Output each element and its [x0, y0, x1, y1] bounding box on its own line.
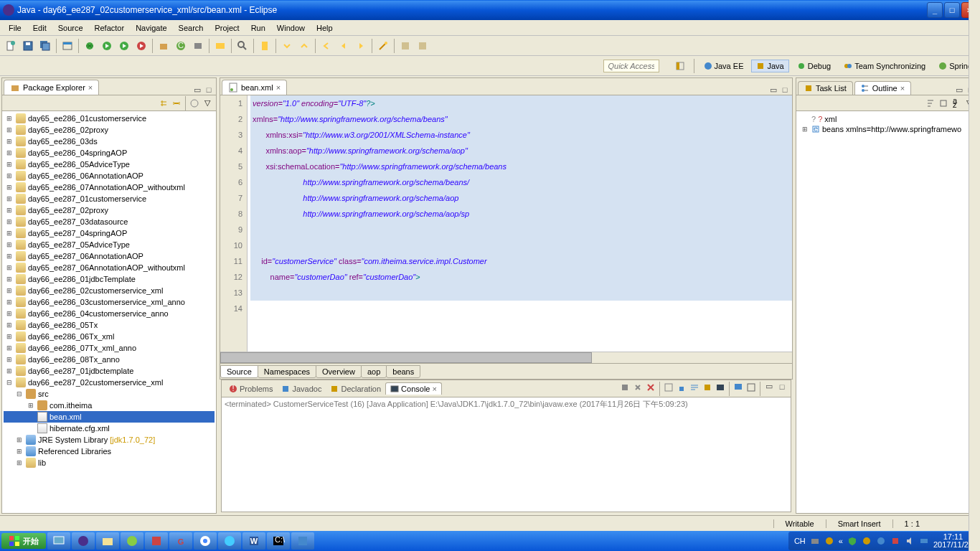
save-all-button[interactable]: [37, 38, 53, 54]
menu-run[interactable]: Run: [245, 22, 271, 34]
maximize-icon[interactable]: □: [776, 382, 788, 392]
external-tools-button[interactable]: [133, 38, 149, 54]
scroll-lock-button[interactable]: [676, 382, 687, 393]
run-button[interactable]: [99, 38, 115, 54]
run-last-button[interactable]: [116, 38, 132, 54]
horizontal-scrollbar[interactable]: [220, 352, 792, 363]
tab-console[interactable]: Console ×: [385, 382, 442, 395]
project-item[interactable]: ⊞day66_ee286_02customerservice_xml: [4, 285, 215, 296]
forward-button[interactable]: [353, 38, 369, 54]
tab-beans[interactable]: beans: [386, 365, 420, 378]
menu-source[interactable]: Source: [52, 22, 89, 34]
display-selected-button[interactable]: [745, 382, 757, 393]
tray-clock[interactable]: 17:11 2017/11/26: [933, 533, 973, 549]
editor-tab-bean-xml[interactable]: bean.xml ×: [222, 80, 287, 95]
project-item[interactable]: ⊞day65_ee287_06AnnotationAOP_withoutxml: [4, 262, 215, 273]
tab-overview[interactable]: Overview: [316, 365, 362, 378]
menu-project[interactable]: Project: [209, 22, 245, 34]
quick-access-input[interactable]: [603, 60, 659, 72]
maximize-icon[interactable]: □: [203, 85, 215, 95]
perspective-javaee[interactable]: Java EE: [699, 60, 749, 72]
menu-search[interactable]: Search: [173, 22, 209, 34]
menu-file[interactable]: File: [3, 22, 27, 34]
project-item[interactable]: ⊞day66_ee286_05Tx: [4, 319, 215, 331]
new-package-button[interactable]: [156, 38, 171, 54]
task-browser[interactable]: [218, 532, 241, 550]
minimize-icon[interactable]: ▭: [953, 85, 965, 95]
tab-declaration[interactable]: Declaration: [326, 383, 385, 395]
project-item[interactable]: ⊞day65_ee287_04springAOP: [4, 227, 215, 239]
lib-folder[interactable]: ⊞lib: [4, 457, 215, 468]
project-item-open[interactable]: ⊟day66_ee287_02customerservice_xml: [4, 377, 215, 388]
perspective-java[interactable]: Java: [751, 60, 788, 72]
pin-console-button[interactable]: [702, 382, 713, 393]
view-menu-button[interactable]: ▽: [202, 98, 213, 109]
project-item[interactable]: ⊞day65_ee286_01customerservice: [4, 113, 215, 124]
minimize-icon[interactable]: ▭: [763, 382, 775, 392]
project-item[interactable]: ⊞day65_ee286_03ds: [4, 136, 215, 147]
link-editor-button[interactable]: [171, 98, 182, 109]
word-wrap-button[interactable]: [689, 382, 700, 393]
maximize-button[interactable]: □: [944, 2, 960, 18]
tray-volume-icon[interactable]: [905, 536, 915, 546]
pin-button[interactable]: [415, 38, 430, 54]
task-desktop[interactable]: [47, 532, 70, 550]
project-item[interactable]: ⊞day66_ee286_07Tx_xml_anno: [4, 342, 215, 354]
task-app4[interactable]: [291, 532, 314, 550]
close-icon[interactable]: ×: [432, 385, 436, 393]
task-app2[interactable]: [145, 532, 168, 550]
start-button[interactable]: 开始: [1, 533, 46, 549]
menu-refactor[interactable]: Refactor: [89, 22, 131, 34]
package-explorer-tab[interactable]: Package Explorer ×: [4, 80, 99, 95]
tray-icon-3[interactable]: [862, 536, 872, 546]
new-server-button[interactable]: [190, 38, 206, 54]
project-item[interactable]: ⊞day65_ee286_07AnnotationAOP_withoutxml: [4, 182, 215, 193]
debug-button[interactable]: [82, 38, 98, 54]
tray-icon-6[interactable]: [919, 536, 929, 546]
maximize-icon[interactable]: □: [779, 85, 791, 95]
project-item[interactable]: ⊞day65_ee287_06AnnotationAOP: [4, 250, 215, 262]
project-item[interactable]: ⊞day66_ee286_06Tx_xml: [4, 331, 215, 342]
menu-help[interactable]: Help: [311, 22, 339, 34]
project-item[interactable]: ⊞day65_ee286_05AdviceType: [4, 159, 215, 170]
minimize-icon[interactable]: ▭: [192, 85, 203, 95]
ref-libraries[interactable]: ⊞Referenced Libraries: [4, 446, 215, 457]
task-app3[interactable]: G: [169, 532, 192, 550]
project-item[interactable]: ⊞day65_ee287_02proxy: [4, 204, 215, 216]
editor-body[interactable]: 1234567891011121314 version="1.0" encodi…: [220, 95, 792, 352]
next-annotation-button[interactable]: [279, 38, 295, 54]
project-item[interactable]: ⊞day66_ee286_01jdbcTemplate: [4, 273, 215, 285]
show-console-button[interactable]: [715, 382, 726, 393]
project-item[interactable]: ⊞day66_ee286_04customerservice_anno: [4, 308, 215, 319]
project-item[interactable]: ⊞day65_ee286_06AnnotationAOP: [4, 170, 215, 182]
search-button[interactable]: [235, 38, 250, 54]
task-app1[interactable]: [121, 532, 143, 550]
open-perspective-button[interactable]: [671, 60, 689, 72]
outline-tree[interactable]: ?? xml ⊞ e beans xmlns=http://www.spring…: [796, 111, 978, 137]
sort-button[interactable]: [925, 98, 936, 109]
remove-all-button[interactable]: [645, 382, 656, 393]
project-item[interactable]: ⊞day66_ee286_08Tx_anno: [4, 354, 215, 365]
relaunch-button[interactable]: [397, 38, 413, 54]
project-item[interactable]: ⊞day65_ee287_05AdviceType: [4, 239, 215, 250]
tray-icon-1[interactable]: [810, 536, 820, 546]
tab-outline[interactable]: Outline ×: [854, 81, 911, 95]
wand-button[interactable]: [375, 38, 391, 54]
save-button[interactable]: [20, 38, 36, 54]
filter-button[interactable]: [938, 98, 949, 109]
tab-source[interactable]: Source: [220, 365, 258, 378]
outline-beans-node[interactable]: ⊞ e beans xmlns=http://www.springframewo: [799, 124, 975, 134]
task-cmd[interactable]: C:\: [267, 532, 290, 550]
project-tree[interactable]: ⊞day65_ee286_01customerservice⊞day65_ee2…: [2, 111, 216, 513]
tray-expand[interactable]: «: [839, 537, 843, 545]
new-class-button[interactable]: C: [173, 38, 189, 54]
file-hibernate-cfg[interactable]: hibernate.cfg.xml: [4, 423, 215, 434]
task-word[interactable]: W: [242, 532, 265, 550]
outline-xml-node[interactable]: ?? xml: [799, 114, 975, 124]
toggle-mark-button[interactable]: [257, 38, 273, 54]
console-output[interactable]: <terminated> CustomerServiceTest (16) [J…: [222, 397, 791, 512]
tray-icon-5[interactable]: [890, 536, 900, 546]
alpha-sort-button[interactable]: az: [951, 98, 962, 109]
perspective-team[interactable]: Team Synchronizing: [839, 60, 930, 72]
tray-icon-4[interactable]: [876, 536, 886, 546]
